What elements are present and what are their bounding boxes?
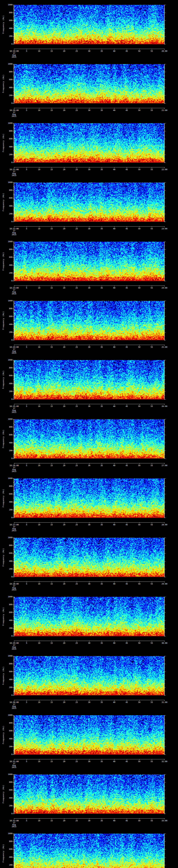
x-tick-label: 50 — [136, 701, 143, 704]
y-tick-label: 600 — [1, 256, 12, 258]
spectrogram-panel: Frequency (Hz) 10008006004002000 18:30:0… — [0, 656, 178, 715]
x-tick-label: 5 — [23, 168, 30, 170]
x-tick-label: 40 — [111, 642, 118, 644]
y-tick-label: 0 — [1, 339, 12, 341]
x-tick-label: 30 — [86, 819, 93, 822]
x-tick-label: 20 — [61, 761, 68, 763]
y-minor-tick — [165, 506, 165, 506]
x-major-tick — [64, 641, 64, 642]
y-major-tick — [165, 332, 166, 333]
x-tick-label: 10 — [36, 819, 42, 822]
y-minor-tick — [165, 158, 165, 159]
y-major-tick — [165, 265, 166, 266]
spectrogram-stack: Frequency (Hz) 10008006004002000 18:19:0… — [0, 0, 178, 868]
y-tick-label: 400 — [1, 442, 12, 444]
right-axis-line — [164, 538, 165, 577]
y-tick-label: 800 — [1, 71, 12, 73]
x-major-tick — [39, 463, 39, 464]
x-tick-label: 35 — [98, 168, 105, 170]
x-major-tick — [139, 226, 140, 227]
x-major-tick — [39, 345, 39, 346]
x-tick-label: 25 — [73, 287, 80, 289]
y-tick-label: 200 — [1, 745, 12, 748]
y-major-tick — [165, 249, 166, 250]
x-major-tick — [152, 345, 152, 346]
x-major-tick — [77, 582, 77, 583]
y-minor-tick — [165, 601, 165, 601]
y-minor-tick — [165, 261, 165, 261]
x-major-tick — [64, 582, 64, 583]
x-major-tick — [164, 167, 165, 168]
y-tick-label: 0 — [1, 517, 12, 519]
x-major-tick — [52, 700, 52, 701]
end-time-label: 27:00 — [159, 464, 170, 467]
x-major-tick — [152, 108, 152, 109]
x-tick-label: 35 — [98, 761, 105, 763]
x-tick-label: 40 — [111, 50, 118, 52]
y-major-tick — [165, 834, 166, 834]
y-minor-tick — [165, 439, 165, 439]
y-minor-tick — [165, 253, 165, 254]
x-major-tick — [39, 226, 39, 227]
x-major-tick — [52, 818, 52, 819]
x-tick-label: 25 — [73, 819, 80, 822]
date-year-label: 2015 — [6, 589, 22, 591]
y-major-tick — [165, 865, 166, 865]
x-tick-label: 45 — [123, 524, 130, 526]
x-major-tick — [152, 818, 152, 819]
spectrogram-canvas — [14, 182, 164, 222]
x-tick-label: 5 — [23, 642, 30, 644]
x-major-tick — [64, 818, 64, 819]
spectrogram-canvas — [14, 5, 164, 44]
x-tick-label: 50 — [136, 109, 143, 112]
x-major-tick — [64, 108, 64, 109]
y-tick-label: 0 — [1, 220, 12, 223]
x-major-tick — [52, 404, 52, 405]
x-major-tick — [139, 818, 140, 819]
y-axis-title: Frequency (Hz) — [2, 844, 4, 863]
y-tick-label: 1000 — [1, 536, 12, 539]
y-minor-tick — [165, 786, 165, 786]
x-major-tick — [64, 404, 64, 405]
x-tick-label: 40 — [111, 464, 118, 467]
x-major-tick — [139, 167, 140, 168]
x-major-tick — [152, 582, 152, 583]
x-tick-label: 15 — [48, 642, 55, 644]
x-tick-label: 20 — [61, 819, 68, 822]
y-minor-tick — [165, 431, 165, 431]
x-major-tick — [77, 108, 77, 109]
x-tick-label: 55 — [148, 583, 155, 585]
y-axis-title: Frequency (Hz) — [2, 548, 4, 567]
spectrogram-panel: Frequency (Hz) 10008006004002000 18:24:0… — [0, 301, 178, 360]
end-time-label: 20:00 — [159, 50, 170, 52]
x-tick-label: 20 — [61, 50, 68, 52]
x-tick-label: 40 — [111, 761, 118, 763]
y-major-tick — [165, 687, 166, 688]
y-tick-label: 400 — [1, 27, 12, 30]
x-major-tick — [64, 167, 64, 168]
x-major-tick — [164, 582, 165, 583]
x-tick-label: 25 — [73, 109, 80, 112]
y-tick-label: 200 — [1, 331, 12, 334]
x-tick-label: 35 — [98, 464, 105, 467]
y-major-tick — [165, 849, 166, 849]
x-major-tick — [139, 463, 140, 464]
y-axis-title: Frequency (Hz) — [2, 15, 4, 34]
y-tick-label: 800 — [1, 367, 12, 369]
x-major-tick — [164, 463, 165, 464]
x-major-tick — [152, 759, 152, 760]
y-minor-tick — [165, 40, 165, 40]
x-major-tick — [52, 345, 52, 346]
y-axis-title: Frequency (Hz) — [2, 607, 4, 626]
y-tick-label: 1000 — [1, 477, 12, 479]
x-major-tick — [39, 523, 39, 523]
y-tick-label: 1000 — [1, 773, 12, 776]
x-tick-label: 20 — [61, 701, 68, 704]
x-tick-label: 50 — [136, 524, 143, 526]
y-tick-label: 1000 — [1, 122, 12, 124]
right-axis-line — [164, 64, 165, 104]
x-tick-label: 10 — [36, 168, 42, 170]
x-tick-label: 25 — [73, 464, 80, 467]
y-tick-label: 800 — [1, 189, 12, 191]
x-tick-label: 35 — [98, 227, 105, 230]
